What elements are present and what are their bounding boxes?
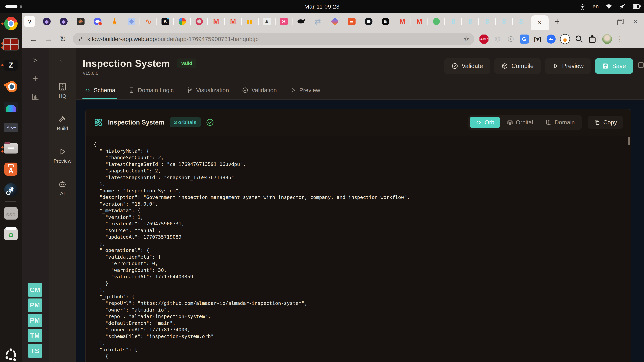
ubuntu-logo-icon[interactable]: [0, 348, 22, 362]
ssd-drive-icon[interactable]: SSD: [0, 206, 22, 221]
profile-avatar[interactable]: [602, 34, 612, 44]
team-badge[interactable]: PM: [28, 299, 42, 312]
tab-visualization[interactable]: Visualization: [187, 81, 229, 99]
minimize-button[interactable]: [604, 23, 609, 23]
panel-toggle-icon[interactable]: [637, 61, 644, 69]
browser-tab[interactable]: [292, 13, 309, 30]
compile-button[interactable]: Compile: [494, 58, 541, 74]
magnifier-icon[interactable]: [574, 34, 584, 43]
react-devtools-icon[interactable]: ⚛: [493, 34, 502, 43]
browser-tab[interactable]: [326, 13, 343, 30]
keyboard-layout[interactable]: en: [592, 3, 599, 10]
preview-button[interactable]: Preview: [545, 58, 591, 74]
browser-tab[interactable]: [428, 13, 445, 30]
browser-tab[interactable]: 8: [479, 13, 496, 30]
analytics-icon[interactable]: [22, 93, 49, 101]
copy-button[interactable]: Copy: [588, 116, 623, 129]
steam-icon[interactable]: ◉: [0, 183, 22, 197]
terminal-grid-icon[interactable]: [0, 37, 22, 52]
tab-validation[interactable]: Validation: [242, 81, 277, 99]
battery-icon[interactable]: [632, 4, 640, 9]
close-tab-icon[interactable]: ×: [538, 19, 542, 26]
orbit-icon[interactable]: ☉: [506, 34, 515, 43]
json-code[interactable]: { "_historyMeta": { "changeSetCount": 2,…: [86, 136, 631, 360]
nav-preview[interactable]: Preview: [54, 147, 72, 164]
blender-icon[interactable]: [0, 79, 22, 93]
expand-rail-button[interactable]: >: [22, 56, 49, 64]
chrome-icon[interactable]: [0, 16, 22, 31]
muted-speaker-icon[interactable]: [619, 3, 626, 10]
new-tab-button[interactable]: +: [554, 17, 560, 26]
orb-mode-button[interactable]: Orb: [470, 117, 500, 128]
browser-tab[interactable]: S: [276, 13, 292, 30]
active-tab[interactable]: ×: [531, 15, 548, 30]
browser-tab[interactable]: ⇄: [309, 13, 326, 30]
orbital-mode-button[interactable]: Orbital: [502, 117, 538, 128]
browser-tab[interactable]: [174, 13, 191, 30]
team-badge[interactable]: CM: [28, 283, 42, 297]
software-store-icon[interactable]: A: [0, 162, 22, 176]
team-badge[interactable]: TS: [28, 344, 42, 358]
waveform-app-icon[interactable]: [0, 120, 22, 135]
trash-icon[interactable]: ♻: [0, 227, 22, 241]
site-settings-icon[interactable]: [77, 36, 84, 42]
team-badge[interactable]: PM: [28, 314, 42, 327]
browser-tab[interactable]: ◆: [38, 13, 55, 30]
add-button[interactable]: +: [22, 73, 49, 84]
browser-tab[interactable]: [360, 13, 377, 30]
browser-tab[interactable]: [123, 13, 140, 30]
browser-tab[interactable]: ≋: [377, 13, 394, 30]
egg-icon[interactable]: [560, 34, 570, 44]
browser-tab[interactable]: ✳: [72, 13, 89, 30]
collapse-rail-button[interactable]: ←: [59, 55, 66, 64]
save-button[interactable]: Save: [595, 58, 633, 74]
browser-tab[interactable]: K: [157, 13, 174, 30]
url-text[interactable]: kflow-builder-app.web.app/builder/app-17…: [88, 36, 259, 42]
extensions-puzzle-icon[interactable]: [588, 34, 597, 43]
files-icon[interactable]: [0, 141, 22, 156]
domain-mode-button[interactable]: Domain: [540, 117, 580, 128]
scrollbar-thumb[interactable]: [628, 137, 630, 145]
browser-tab[interactable]: 8: [445, 13, 462, 30]
browser-tab[interactable]: ☰: [343, 13, 360, 30]
nav-build[interactable]: Build: [54, 115, 72, 131]
browser-tab[interactable]: ▮▮: [242, 13, 258, 30]
browser-tab[interactable]: [191, 13, 208, 30]
tab-domain-logic[interactable]: Domain Logic: [128, 81, 174, 99]
browser-tab[interactable]: M: [224, 13, 242, 30]
adblock-icon[interactable]: ABP: [480, 34, 488, 43]
system-clock[interactable]: Mar 11 09:23: [0, 0, 644, 13]
dock-separator[interactable]: [5, 201, 16, 202]
z-app-icon[interactable]: Z: [0, 58, 22, 72]
restore-button[interactable]: [618, 19, 624, 24]
browser-tab[interactable]: 8: [462, 13, 479, 30]
nordvpn-icon[interactable]: [546, 34, 556, 43]
browser-tab[interactable]: ♟: [258, 13, 276, 30]
validate-button[interactable]: Validate: [444, 58, 490, 74]
browser-tab[interactable]: 8: [512, 13, 530, 30]
code-editor[interactable]: { "_historyMeta": { "changeSetCount": 2,…: [86, 136, 631, 362]
browser-tab[interactable]: 8: [496, 13, 512, 30]
tab-schema[interactable]: Schema: [84, 81, 115, 99]
curve-app-icon[interactable]: [0, 99, 22, 114]
tab-search-button[interactable]: ∨: [24, 16, 35, 27]
browser-tab[interactable]: ∿: [140, 13, 157, 30]
nav-hq[interactable]: HQ: [54, 82, 72, 99]
browser-menu-icon[interactable]: ⋮: [616, 35, 624, 43]
reload-button[interactable]: ↻: [60, 35, 66, 43]
close-window-button[interactable]: ×: [633, 17, 638, 25]
brackets-heart-icon[interactable]: [♥]: [533, 34, 542, 43]
nav-ai[interactable]: AI: [54, 180, 72, 196]
browser-tab[interactable]: [106, 13, 123, 30]
tab-preview[interactable]: Preview: [290, 81, 320, 99]
forward-button[interactable]: →: [44, 35, 52, 43]
team-badge[interactable]: TM: [28, 329, 42, 343]
bookmark-star-icon[interactable]: ☆: [464, 35, 470, 43]
browser-tab[interactable]: ◆: [55, 13, 72, 30]
back-button[interactable]: ←: [30, 35, 37, 43]
browser-tab[interactable]: M: [411, 13, 428, 30]
translate-icon[interactable]: G: [520, 34, 529, 43]
browser-tab[interactable]: M: [208, 13, 224, 30]
accessibility-icon[interactable]: [579, 3, 586, 10]
browser-tab[interactable]: M: [394, 13, 411, 30]
